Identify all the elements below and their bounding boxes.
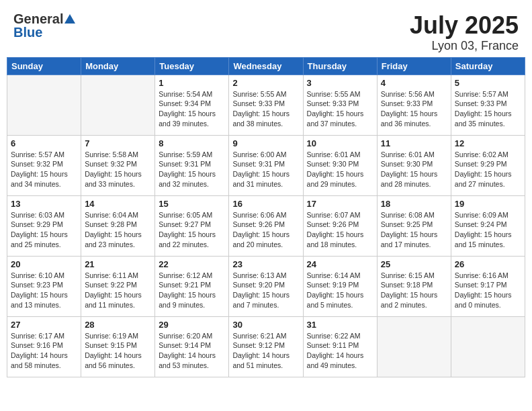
calendar-cell: 10Sunrise: 6:01 AMSunset: 9:30 PMDayligh…: [303, 135, 377, 195]
logo-triangle-icon: [64, 14, 75, 24]
day-info: Sunrise: 6:04 AMSunset: 9:28 PMDaylight:…: [85, 210, 151, 250]
day-info: Sunrise: 5:55 AMSunset: 9:33 PMDaylight:…: [307, 89, 373, 129]
day-number: 10: [307, 138, 373, 148]
day-info: Sunrise: 5:59 AMSunset: 9:31 PMDaylight:…: [159, 150, 225, 189]
day-info: Sunrise: 6:15 AMSunset: 9:18 PMDaylight:…: [381, 271, 447, 310]
day-info: Sunrise: 5:55 AMSunset: 9:33 PMDaylight:…: [232, 89, 299, 129]
day-number: 27: [11, 320, 77, 330]
day-info: Sunrise: 6:00 AMSunset: 9:31 PMDaylight:…: [232, 150, 299, 189]
calendar-cell: 14Sunrise: 6:04 AMSunset: 9:28 PMDayligh…: [81, 195, 155, 256]
calendar-cell: 6Sunrise: 5:57 AMSunset: 9:32 PMDaylight…: [7, 135, 81, 195]
day-number: 1: [159, 78, 225, 88]
weekday-header-thursday: Thursday: [303, 57, 377, 75]
day-number: 20: [11, 259, 77, 269]
calendar-cell: 22Sunrise: 6:12 AMSunset: 9:21 PMDayligh…: [155, 256, 229, 316]
calendar-cell: 4Sunrise: 5:56 AMSunset: 9:33 PMDaylight…: [377, 75, 451, 135]
calendar-cell: 15Sunrise: 6:05 AMSunset: 9:27 PMDayligh…: [155, 195, 229, 256]
day-info: Sunrise: 6:01 AMSunset: 9:30 PMDaylight:…: [381, 150, 447, 189]
day-number: 21: [85, 259, 151, 269]
day-info: Sunrise: 6:03 AMSunset: 9:29 PMDaylight:…: [11, 210, 77, 250]
day-info: Sunrise: 6:10 AMSunset: 9:23 PMDaylight:…: [11, 271, 77, 310]
calendar-cell: 8Sunrise: 5:59 AMSunset: 9:31 PMDaylight…: [155, 135, 229, 195]
day-info: Sunrise: 6:22 AMSunset: 9:11 PMDaylight:…: [307, 331, 373, 371]
day-info: Sunrise: 6:02 AMSunset: 9:29 PMDaylight:…: [455, 150, 521, 189]
calendar-cell: 5Sunrise: 5:57 AMSunset: 9:33 PMDaylight…: [451, 75, 525, 135]
day-info: Sunrise: 6:05 AMSunset: 9:27 PMDaylight:…: [159, 210, 225, 250]
calendar-table: SundayMondayTuesdayWednesdayThursdayFrid…: [7, 57, 525, 377]
calendar-week-1: 1Sunrise: 5:54 AMSunset: 9:34 PMDaylight…: [7, 75, 525, 135]
day-number: 18: [381, 199, 447, 209]
day-info: Sunrise: 6:19 AMSunset: 9:15 PMDaylight:…: [85, 331, 151, 371]
day-number: 6: [11, 138, 77, 148]
calendar-week-4: 20Sunrise: 6:10 AMSunset: 9:23 PMDayligh…: [7, 256, 525, 316]
calendar-week-3: 13Sunrise: 6:03 AMSunset: 9:29 PMDayligh…: [7, 195, 525, 256]
weekday-header-wednesday: Wednesday: [229, 57, 303, 75]
day-info: Sunrise: 6:11 AMSunset: 9:22 PMDaylight:…: [85, 271, 151, 310]
day-info: Sunrise: 6:12 AMSunset: 9:21 PMDaylight:…: [159, 271, 225, 310]
day-info: Sunrise: 6:14 AMSunset: 9:19 PMDaylight:…: [307, 271, 373, 310]
day-info: Sunrise: 6:16 AMSunset: 9:17 PMDaylight:…: [455, 271, 521, 310]
day-info: Sunrise: 5:57 AMSunset: 9:33 PMDaylight:…: [455, 89, 521, 129]
calendar-cell: 12Sunrise: 6:02 AMSunset: 9:29 PMDayligh…: [451, 135, 525, 195]
calendar-cell: 20Sunrise: 6:10 AMSunset: 9:23 PMDayligh…: [7, 256, 81, 316]
day-number: 5: [455, 78, 521, 88]
day-info: Sunrise: 6:13 AMSunset: 9:20 PMDaylight:…: [232, 271, 299, 310]
calendar-cell: 24Sunrise: 6:14 AMSunset: 9:19 PMDayligh…: [303, 256, 377, 316]
calendar-cell: 7Sunrise: 5:58 AMSunset: 9:32 PMDaylight…: [81, 135, 155, 195]
calendar-cell: 23Sunrise: 6:13 AMSunset: 9:20 PMDayligh…: [229, 256, 303, 316]
weekday-header-friday: Friday: [377, 57, 451, 75]
calendar-cell: 31Sunrise: 6:22 AMSunset: 9:11 PMDayligh…: [303, 316, 377, 377]
day-number: 15: [159, 199, 225, 209]
day-number: 29: [159, 320, 225, 330]
calendar-cell: [377, 316, 451, 377]
day-number: 26: [455, 259, 521, 269]
day-info: Sunrise: 6:07 AMSunset: 9:26 PMDaylight:…: [307, 210, 373, 250]
calendar-week-2: 6Sunrise: 5:57 AMSunset: 9:32 PMDaylight…: [7, 135, 525, 195]
day-info: Sunrise: 5:54 AMSunset: 9:34 PMDaylight:…: [159, 89, 225, 129]
calendar-cell: 13Sunrise: 6:03 AMSunset: 9:29 PMDayligh…: [7, 195, 81, 256]
page-header: General Blue July 2025 Lyon 03, France: [7, 7, 525, 57]
day-number: 16: [232, 199, 299, 209]
calendar-cell: 16Sunrise: 6:06 AMSunset: 9:26 PMDayligh…: [229, 195, 303, 256]
logo: General Blue: [13, 12, 75, 39]
day-number: 12: [455, 138, 521, 148]
weekday-header-monday: Monday: [81, 57, 155, 75]
calendar-cell: 25Sunrise: 6:15 AMSunset: 9:18 PMDayligh…: [377, 256, 451, 316]
day-info: Sunrise: 6:21 AMSunset: 9:12 PMDaylight:…: [232, 331, 299, 371]
day-info: Sunrise: 6:20 AMSunset: 9:14 PMDaylight:…: [159, 331, 225, 371]
day-number: 23: [232, 259, 299, 269]
calendar-cell: 27Sunrise: 6:17 AMSunset: 9:16 PMDayligh…: [7, 316, 81, 377]
calendar-cell: 2Sunrise: 5:55 AMSunset: 9:33 PMDaylight…: [229, 75, 303, 135]
day-number: 31: [307, 320, 373, 330]
month-title: July 2025 Lyon 03, France: [410, 12, 519, 53]
day-number: 4: [381, 78, 447, 88]
day-number: 14: [85, 199, 151, 209]
day-info: Sunrise: 6:17 AMSunset: 9:16 PMDaylight:…: [11, 331, 77, 371]
calendar-cell: 29Sunrise: 6:20 AMSunset: 9:14 PMDayligh…: [155, 316, 229, 377]
calendar-cell: 1Sunrise: 5:54 AMSunset: 9:34 PMDaylight…: [155, 75, 229, 135]
day-info: Sunrise: 6:08 AMSunset: 9:25 PMDaylight:…: [381, 210, 447, 250]
calendar-cell: 30Sunrise: 6:21 AMSunset: 9:12 PMDayligh…: [229, 316, 303, 377]
day-number: 30: [232, 320, 299, 330]
calendar-cell: 21Sunrise: 6:11 AMSunset: 9:22 PMDayligh…: [81, 256, 155, 316]
day-number: 17: [307, 199, 373, 209]
calendar-cell: [7, 75, 81, 135]
day-number: 2: [232, 78, 299, 88]
day-info: Sunrise: 6:06 AMSunset: 9:26 PMDaylight:…: [232, 210, 299, 250]
day-number: 3: [307, 78, 373, 88]
day-number: 9: [232, 138, 299, 148]
day-number: 25: [381, 259, 447, 269]
location: Lyon 03, France: [410, 39, 519, 53]
month-year: July 2025: [410, 12, 519, 39]
day-info: Sunrise: 6:01 AMSunset: 9:30 PMDaylight:…: [307, 150, 373, 189]
calendar-cell: 19Sunrise: 6:09 AMSunset: 9:24 PMDayligh…: [451, 195, 525, 256]
day-number: 8: [159, 138, 225, 148]
weekday-header-saturday: Saturday: [451, 57, 525, 75]
weekday-header-row: SundayMondayTuesdayWednesdayThursdayFrid…: [7, 57, 525, 75]
day-number: 13: [11, 199, 77, 209]
calendar-cell: 3Sunrise: 5:55 AMSunset: 9:33 PMDaylight…: [303, 75, 377, 135]
calendar-week-5: 27Sunrise: 6:17 AMSunset: 9:16 PMDayligh…: [7, 316, 525, 377]
day-info: Sunrise: 5:57 AMSunset: 9:32 PMDaylight:…: [11, 150, 77, 189]
day-number: 11: [381, 138, 447, 148]
calendar-cell: 28Sunrise: 6:19 AMSunset: 9:15 PMDayligh…: [81, 316, 155, 377]
